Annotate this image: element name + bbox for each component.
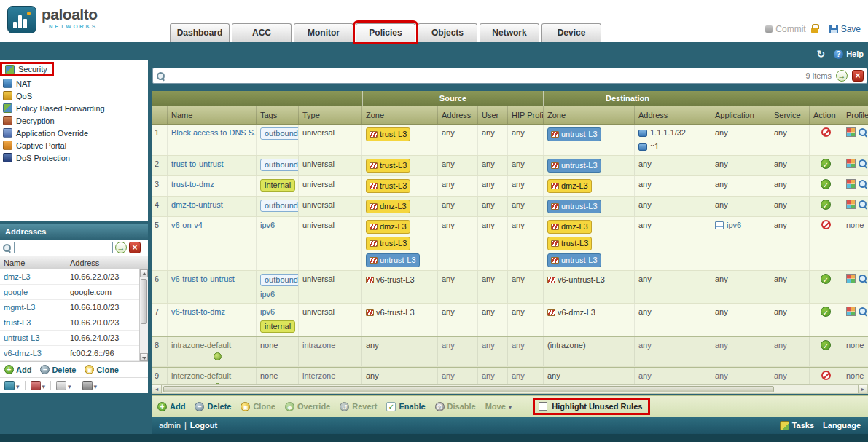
commit-button[interactable]: Commit (765, 24, 805, 34)
address-row[interactable]: mgmt-L310.66.18.0/23 (0, 300, 139, 315)
rule-tag[interactable]: outbound (260, 200, 299, 212)
rule-name[interactable]: trust-to-dmz (171, 180, 214, 189)
rules-search-input[interactable] (170, 70, 802, 82)
disable-button[interactable]: Disable (435, 402, 476, 411)
sidebar-item-policy-based-forwarding[interactable]: Policy Based Forwarding (0, 102, 148, 114)
delete-button[interactable]: Delete (195, 402, 231, 411)
zone-tag[interactable]: trust-L3 (366, 159, 410, 173)
search-clear-icon[interactable] (852, 70, 864, 82)
tab-monitor[interactable]: Monitor (294, 23, 353, 42)
layers-menu-button[interactable] (4, 381, 20, 390)
column-header-zone[interactable]: Zone (362, 106, 438, 124)
sidebar-item-captive-portal[interactable]: Captive Portal (0, 139, 148, 151)
scroll-up-icon[interactable] (140, 269, 148, 277)
language-button[interactable]: Language (823, 421, 861, 430)
search-clear-icon[interactable] (129, 242, 141, 253)
log-profile-icon[interactable] (858, 200, 867, 209)
override-button[interactable]: Override (285, 402, 330, 411)
refresh-icon[interactable] (816, 49, 825, 59)
search-go-icon[interactable] (836, 70, 848, 82)
scrollbar-thumb[interactable] (163, 386, 774, 392)
scroll-down-icon[interactable] (140, 353, 148, 361)
column-header-action[interactable]: Action (810, 106, 842, 124)
profile-group-icon[interactable] (846, 179, 856, 189)
highlight-unused-rules[interactable]: Highlight Unused Rules (533, 398, 650, 415)
horizontal-scrollbar[interactable] (152, 384, 868, 394)
zone-tag[interactable]: dmz-L3 (547, 179, 592, 193)
zone-tag[interactable]: v6-trust-L3 (366, 274, 415, 286)
column-header-type[interactable]: Type (299, 106, 362, 124)
clone-address-button[interactable]: Clone (85, 365, 119, 374)
column-header-profile[interactable]: Profile (842, 106, 868, 124)
profile-group-icon[interactable] (846, 274, 856, 283)
address-row[interactable]: v6-dmz-L3fc00:2:6::/96 (0, 346, 139, 361)
delete-address-button[interactable]: Delete (40, 365, 76, 374)
zone-tag[interactable]: dmz-L3 (366, 220, 410, 234)
column-header-application[interactable]: Application (711, 106, 770, 124)
sidebar-item-nat[interactable]: NAT (0, 77, 148, 90)
scroll-left-icon[interactable] (152, 385, 162, 393)
rule-row[interactable]: 4dmz-to-untrustoutbounduniversaldmz-L3an… (152, 197, 868, 217)
revert-button[interactable]: Revert (340, 402, 377, 411)
profile-group-icon[interactable] (846, 200, 856, 209)
application-link[interactable]: ipv6 (727, 220, 741, 231)
rule-name[interactable]: Block access to DNS S... (171, 128, 257, 137)
zone-tag[interactable]: untrust-L3 (547, 159, 601, 173)
edit-menu-button[interactable] (56, 381, 71, 390)
rule-row[interactable]: 8intrazone-defaultnoneintrazoneanyanyany… (152, 336, 868, 367)
rule-row[interactable]: 9interzone-defaultnoneinterzoneanyanyany… (152, 367, 868, 384)
tab-dashboard[interactable]: Dashboard (170, 23, 230, 42)
zone-tag[interactable]: v6-dmz-L3 (547, 307, 595, 319)
addresses-col-name[interactable]: Name (0, 256, 66, 269)
help-button[interactable]: ? Help (834, 50, 864, 59)
rule-name[interactable]: dmz-to-untrust (171, 200, 223, 209)
tab-acc[interactable]: ACC (232, 23, 292, 42)
log-profile-icon[interactable] (858, 127, 867, 137)
zone-tag[interactable]: dmz-L3 (366, 200, 410, 213)
rule-row[interactable]: 5v6-on-v4ipv6universaldmz-L3trust-L3untr… (152, 217, 868, 271)
zone-tag[interactable]: untrust-L3 (547, 200, 601, 213)
tools-menu-button[interactable] (82, 381, 98, 390)
rule-tag[interactable]: internal (260, 179, 295, 192)
group-menu-button[interactable] (31, 381, 46, 390)
rule-row[interactable]: 2trust-to-untrustoutbounduniversaltrust-… (152, 156, 868, 176)
column-header-user[interactable]: User (478, 106, 508, 124)
zone-tag[interactable]: untrust-L3 (547, 127, 601, 141)
address-row[interactable]: trust-L310.66.20.0/23 (0, 315, 139, 331)
tab-policies[interactable]: Policies (356, 23, 415, 42)
add-button[interactable]: Add (157, 402, 185, 411)
logout-link[interactable]: Logout (190, 421, 217, 430)
sidebar-item-qos[interactable]: QoS (0, 90, 148, 102)
search-go-icon[interactable] (115, 242, 127, 253)
sidebar-item-decryption[interactable]: Decryption (0, 114, 148, 127)
profile-group-icon[interactable] (846, 307, 856, 316)
zone-tag[interactable]: trust-L3 (366, 237, 410, 250)
sidebar-item-application-override[interactable]: Application Override (0, 127, 148, 139)
scrollbar-thumb[interactable] (141, 279, 147, 324)
rule-name[interactable]: v6-on-v4 (171, 221, 203, 229)
profile-group-icon[interactable] (846, 127, 856, 137)
rule-tag[interactable]: internal (260, 320, 295, 333)
rule-tag[interactable]: outbound (260, 127, 299, 140)
tab-objects[interactable]: Objects (418, 23, 477, 42)
column-header-hip-profile[interactable]: HIP Profile (508, 106, 544, 124)
sidebar-item-dos-protection[interactable]: DoS Protection (0, 151, 148, 164)
zone-tag[interactable]: trust-L3 (547, 237, 592, 250)
log-profile-icon[interactable] (858, 179, 867, 189)
zone-tag[interactable]: untrust-L3 (547, 253, 601, 267)
clone-button[interactable]: Clone (241, 402, 275, 411)
enable-button[interactable]: Enable (386, 402, 425, 411)
rule-row[interactable]: 7v6-trust-to-dmzipv6internaluniversalv6-… (152, 304, 868, 336)
column-header-name[interactable]: Name (168, 106, 257, 124)
address-row[interactable]: untrust-L310.66.24.0/23 (0, 331, 139, 346)
column-header-tags[interactable]: Tags (257, 106, 299, 124)
zone-tag[interactable]: untrust-L3 (366, 253, 420, 267)
rule-name[interactable]: intrazone-default (171, 341, 231, 350)
scroll-right-icon[interactable] (858, 385, 867, 393)
log-profile-icon[interactable] (858, 274, 867, 283)
address-row[interactable]: dmz-L310.66.22.0/23 (0, 269, 139, 285)
log-profile-icon[interactable] (858, 159, 867, 168)
profile-group-icon[interactable] (846, 159, 856, 168)
sidebar-item-security[interactable]: Security (0, 62, 54, 76)
address-row[interactable]: googlegoogle.com (0, 285, 139, 300)
